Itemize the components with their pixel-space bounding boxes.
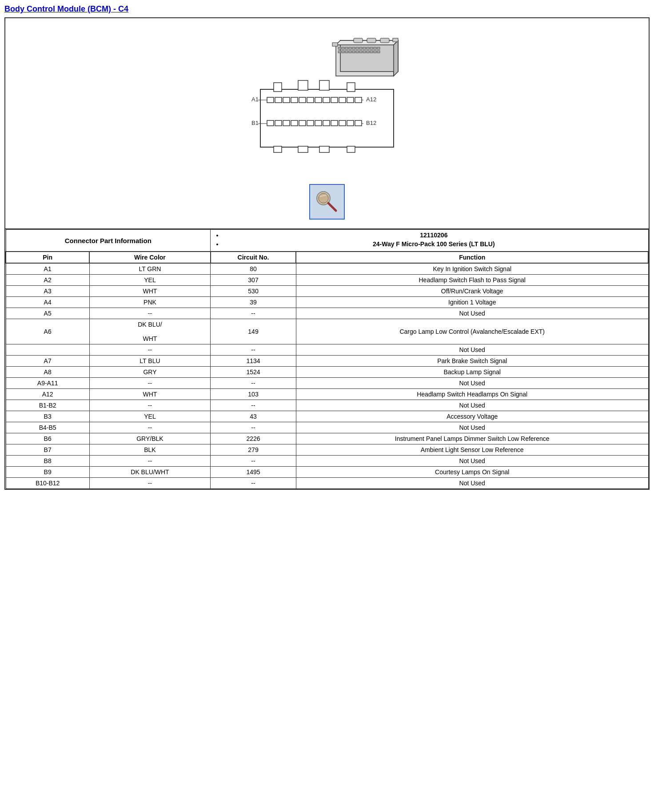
cell-pin: A5	[6, 308, 89, 319]
svg-text:B12: B12	[366, 120, 376, 126]
svg-rect-17	[342, 51, 344, 53]
cell-circuit: 80	[211, 263, 296, 275]
main-container: A1 A12 B1 B12 Connector Part Inform	[4, 17, 650, 490]
cell-function: Ambient Light Sensor Low Reference	[296, 444, 648, 456]
svg-rect-11	[363, 47, 366, 49]
connector-part-details: 12110206 24-Way F Micro-Pack 100 Series …	[211, 230, 648, 252]
cell-pin: A8	[6, 367, 89, 378]
svg-rect-31	[367, 38, 376, 43]
cell-function: Not Used	[296, 456, 648, 467]
cell-pin: A9-A11	[6, 378, 89, 389]
cell-pin: B7	[6, 444, 89, 456]
svg-marker-3	[394, 40, 398, 76]
cell-wire-color: --	[89, 456, 210, 467]
cell-circuit: 149	[211, 319, 296, 344]
table-row: A6DK BLU/ WHT149Cargo Lamp Low Control (…	[6, 319, 648, 344]
svg-rect-54	[267, 120, 274, 126]
cell-function: Not Used	[296, 308, 648, 319]
cell-wire-color: GRY/BLK	[89, 433, 210, 444]
cell-wire-color: BLK	[89, 444, 210, 456]
cell-wire-color: DK BLU/WHT	[89, 467, 210, 478]
svg-rect-34	[274, 83, 282, 92]
header-function: Function	[296, 252, 648, 263]
cell-circuit: 279	[211, 444, 296, 456]
svg-rect-23	[363, 51, 366, 53]
cell-wire-color: WHT	[89, 389, 210, 400]
svg-rect-5	[342, 47, 344, 49]
svg-rect-41	[347, 146, 355, 152]
table-row: A4PNK39Ignition 1 Voltage	[6, 297, 648, 308]
svg-rect-6	[345, 47, 348, 49]
svg-text:B1: B1	[251, 120, 259, 126]
part-number: 12110206	[223, 232, 644, 239]
svg-rect-56	[283, 120, 290, 126]
magnify-icon[interactable]	[309, 184, 345, 220]
table-row: B8----Not Used	[6, 456, 648, 467]
cell-wire-color: LT BLU	[89, 356, 210, 367]
svg-rect-39	[298, 146, 308, 152]
cell-function: Cargo Lamp Low Control (Avalanche/Escala…	[296, 319, 648, 344]
svg-rect-45	[291, 97, 298, 103]
cell-circuit: --	[211, 344, 296, 356]
connector-part-label: Connector Part Information	[6, 230, 211, 252]
cell-circuit: 2226	[211, 433, 296, 444]
cell-function: Key In Ignition Switch Signal	[296, 263, 648, 275]
svg-rect-65	[355, 120, 362, 126]
cell-circuit: 43	[211, 411, 296, 422]
svg-rect-8	[352, 47, 355, 49]
svg-rect-64	[347, 120, 354, 126]
cell-circuit: 1495	[211, 467, 296, 478]
svg-rect-16	[338, 51, 341, 53]
svg-rect-22	[359, 51, 362, 53]
header-circuit: Circuit No.	[211, 252, 296, 263]
svg-rect-12	[367, 47, 369, 49]
svg-rect-15	[377, 47, 380, 49]
connector-part-row: Connector Part Information 12110206 24-W…	[6, 230, 648, 252]
cell-pin: A3	[6, 286, 89, 297]
cell-wire-color: GRY	[89, 367, 210, 378]
cell-circuit: 530	[211, 286, 296, 297]
svg-rect-4	[338, 47, 341, 49]
table-row: B9DK BLU/WHT1495Courtesy Lamps On Signal	[6, 467, 648, 478]
table-row: B6GRY/BLK2226Instrument Panel Lamps Dimm…	[6, 433, 648, 444]
svg-rect-25	[370, 51, 373, 53]
svg-rect-35	[298, 80, 308, 90]
table-row: A5----Not Used	[6, 308, 648, 319]
svg-text:A12: A12	[366, 96, 376, 103]
cell-function: Not Used	[296, 344, 648, 356]
cell-function: Headlamp Switch Flash to Pass Signal	[296, 275, 648, 286]
cell-circuit: --	[211, 400, 296, 411]
cell-wire-color: --	[89, 400, 210, 411]
svg-rect-43	[275, 97, 282, 103]
svg-rect-30	[354, 38, 363, 43]
svg-rect-20	[352, 51, 355, 53]
svg-point-75	[319, 193, 328, 203]
svg-rect-57	[291, 120, 298, 126]
cell-pin: A12	[6, 389, 89, 400]
table-row: B3YEL43Accessory Voltage	[6, 411, 648, 422]
cell-function: Accessory Voltage	[296, 411, 648, 422]
cell-pin: B9	[6, 467, 89, 478]
svg-rect-50	[331, 97, 338, 103]
cell-wire-color: --	[89, 478, 210, 489]
svg-rect-61	[323, 120, 330, 126]
cell-wire-color: --	[89, 422, 210, 433]
table-row: A9-A11----Not Used	[6, 378, 648, 389]
cell-function: Headlamp Switch Headlamps On Signal	[296, 389, 648, 400]
diagram-area: A1 A12 B1 B12	[5, 18, 649, 229]
cell-pin: A4	[6, 297, 89, 308]
svg-rect-7	[349, 47, 351, 49]
table-row: A8GRY1524Backup Lamp Signal	[6, 367, 648, 378]
svg-rect-24	[367, 51, 369, 53]
cell-pin: A2	[6, 275, 89, 286]
table-row: B1-B2----Not Used	[6, 400, 648, 411]
table-row: B4-B5----Not Used	[6, 422, 648, 433]
info-table: Connector Part Information 12110206 24-W…	[5, 229, 649, 489]
svg-rect-14	[374, 47, 376, 49]
svg-rect-53	[355, 97, 362, 103]
svg-rect-44	[283, 97, 290, 103]
cell-function: Not Used	[296, 478, 648, 489]
cell-circuit: --	[211, 478, 296, 489]
cell-function: Ignition 1 Voltage	[296, 297, 648, 308]
cell-function: Not Used	[296, 422, 648, 433]
